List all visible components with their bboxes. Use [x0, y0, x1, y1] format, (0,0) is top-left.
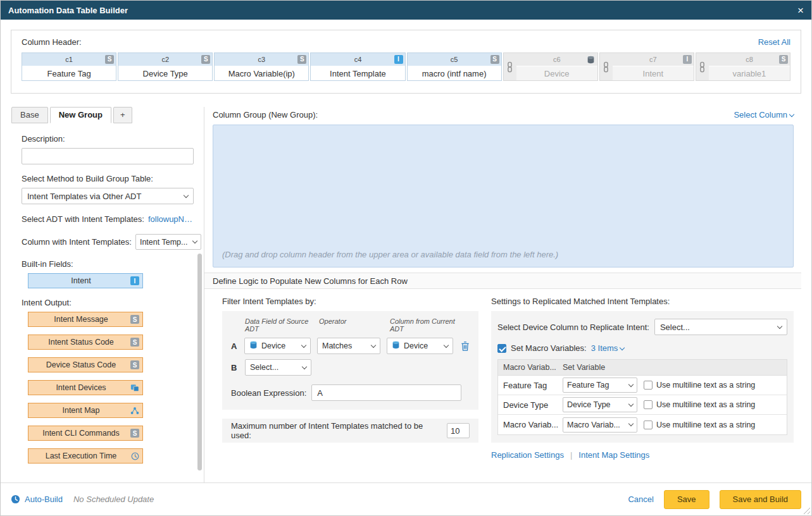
title-bar: Automation Data Table Builder ×	[1, 1, 811, 20]
close-icon[interactable]: ×	[797, 5, 804, 16]
column-id: c3	[258, 56, 266, 63]
type-string-icon: S	[297, 55, 306, 64]
save-and-build-button[interactable]: Save and Build	[720, 490, 801, 509]
builtin-fields-label: Built-in Fields:	[22, 259, 194, 269]
field-name: Device Status Code	[32, 360, 130, 369]
chevron-down-icon	[628, 381, 634, 386]
device-icon	[392, 341, 400, 351]
column-group-panel: Column Group (New Group): Select Column …	[204, 107, 801, 482]
column-name: Device	[516, 66, 597, 80]
multiline-label: Use multiline text as a string	[656, 381, 755, 390]
header-column: Column from Current ADT	[390, 317, 466, 333]
type-intent-icon: I	[394, 55, 403, 64]
auto-build-link[interactable]: Auto-Build	[25, 494, 63, 504]
set-variable-select[interactable]: Feature Tag	[563, 378, 637, 393]
intent-column-select[interactable]: Intent Temp...	[135, 234, 201, 250]
multiline-checkbox[interactable]	[644, 400, 653, 409]
field-name: Intent	[32, 276, 130, 285]
header-data-field: Data Field of Source ADT	[245, 317, 319, 333]
main-area: Base New Group + Description: Select Met…	[11, 107, 801, 482]
type-string-icon: S	[130, 360, 139, 369]
select-column-dropdown[interactable]: Select Column	[734, 110, 794, 120]
field-device-status-code[interactable]: Device Status Code S	[28, 357, 143, 372]
chevron-down-icon	[371, 342, 376, 347]
method-value: Intent Templates via Other ADT	[27, 192, 180, 201]
operator-value: Matches	[322, 341, 368, 350]
column-chip-c8[interactable]: c8 S variable1	[696, 52, 790, 81]
replication-settings-link[interactable]: Replication Settings	[491, 450, 564, 460]
link-icon	[504, 53, 516, 80]
table-row: Device Type Device Type Use multiline te…	[498, 395, 787, 415]
dialog-title: Automation Data Table Builder	[8, 6, 128, 15]
column-chip-c7[interactable]: c7 I Intent	[599, 52, 694, 81]
column-chip-c5[interactable]: c5 S macro (intf name)	[407, 52, 502, 81]
column-chip-c6[interactable]: c6 Device	[503, 52, 598, 81]
type-string-icon: S	[105, 55, 114, 64]
save-button[interactable]: Save	[664, 490, 709, 509]
logic-section-header: Define Logic to Populate New Columns for…	[204, 273, 801, 289]
method-label: Select Method to Build Group Table:	[22, 174, 194, 183]
field-intent-message[interactable]: Intent Message S	[28, 312, 143, 327]
type-string-icon: S	[130, 315, 139, 324]
boolean-expression-input[interactable]	[311, 384, 461, 401]
macro-items-dropdown[interactable]: 3 Items	[591, 343, 625, 353]
set-macro-checkbox[interactable]	[497, 344, 506, 353]
add-group-tab[interactable]: +	[113, 107, 132, 123]
max-templates-label: Maximum number of Intent Templates match…	[231, 421, 442, 440]
column-chip-c1[interactable]: c1 S Feature Tag	[22, 52, 116, 81]
row-key: A	[231, 341, 238, 351]
macro-variables-table: Macro Variab... Set Variable Feature Tag…	[497, 359, 787, 435]
adt-link[interactable]: followupNITv...	[148, 214, 194, 224]
field-intent-cli-commands[interactable]: Intent CLI Commands S	[28, 426, 143, 441]
source-field-select[interactable]: Select...	[245, 359, 311, 376]
field-intent-devices[interactable]: Intent Devices	[28, 380, 143, 395]
set-variable-select[interactable]: Macro Variab...	[563, 417, 637, 433]
column-header-strip: c1 S Feature Tag c2 S Device Type c3 S M…	[22, 52, 790, 81]
type-string-icon: S	[490, 55, 499, 64]
field-last-execution-time[interactable]: Last Execution Time	[28, 448, 143, 464]
max-templates-input[interactable]	[447, 423, 470, 438]
filter-section: Filter Intent Templates by: Data Field o…	[222, 297, 478, 460]
description-input[interactable]	[22, 148, 194, 164]
tab-base[interactable]: Base	[11, 107, 48, 123]
column-chip-c4[interactable]: c4 I Intent Template	[310, 52, 405, 81]
column-header-section: Column Header: Reset All c1 S Feature Ta…	[11, 30, 801, 94]
tab-new-group[interactable]: New Group	[50, 107, 111, 123]
column-name: Device Type	[118, 66, 212, 80]
method-select[interactable]: Intent Templates via Other ADT	[22, 188, 194, 204]
column-group-dropzone[interactable]: (Drag and drop column header from the up…	[213, 125, 794, 267]
column-name: Feature Tag	[22, 66, 116, 80]
column-group-title: Column Group (New Group):	[213, 110, 318, 120]
device-column-select[interactable]: Select...	[654, 319, 787, 335]
column-id: c1	[65, 56, 73, 63]
automation-data-table-builder-dialog: Automation Data Table Builder × Column H…	[0, 0, 812, 516]
cancel-button[interactable]: Cancel	[628, 494, 653, 504]
intent-map-settings-link[interactable]: Intent Map Settings	[578, 450, 649, 460]
condition-row-b: B Select...	[231, 359, 470, 376]
field-intent[interactable]: Intent I	[28, 273, 143, 288]
devices-icon	[130, 383, 139, 392]
dialog-footer: Auto-Build No Scheduled Update Cancel Sa…	[1, 482, 811, 515]
field-name: Intent Status Code	[32, 338, 130, 347]
field-intent-map[interactable]: Intent Map	[28, 403, 143, 418]
reset-all-link[interactable]: Reset All	[758, 37, 790, 47]
column-id: c5	[451, 56, 458, 63]
operator-select[interactable]: Matches	[317, 338, 380, 354]
source-field-select[interactable]: Device	[244, 338, 311, 354]
macro-col-header: Macro Variab...	[498, 363, 563, 372]
column-chip-c2[interactable]: c2 S Device Type	[118, 52, 213, 81]
multiline-checkbox[interactable]	[644, 381, 653, 390]
schedule-status: No Scheduled Update	[73, 494, 154, 504]
delete-condition-icon[interactable]	[461, 341, 470, 351]
chevron-down-icon	[302, 364, 307, 369]
chevron-down-icon	[777, 323, 782, 328]
type-string-icon: S	[130, 429, 139, 438]
left-panel-scrollbar[interactable]	[197, 254, 202, 470]
chevron-down-icon	[192, 238, 197, 243]
logic-section-title: Define Logic to Populate New Columns for…	[213, 276, 408, 286]
set-variable-select[interactable]: Device Type	[563, 397, 637, 412]
multiline-checkbox[interactable]	[644, 421, 653, 429]
column-chip-c3[interactable]: c3 S Macro Variable(ip)	[214, 52, 309, 81]
field-intent-status-code[interactable]: Intent Status Code S	[28, 335, 143, 350]
current-column-select[interactable]: Device	[387, 338, 453, 354]
